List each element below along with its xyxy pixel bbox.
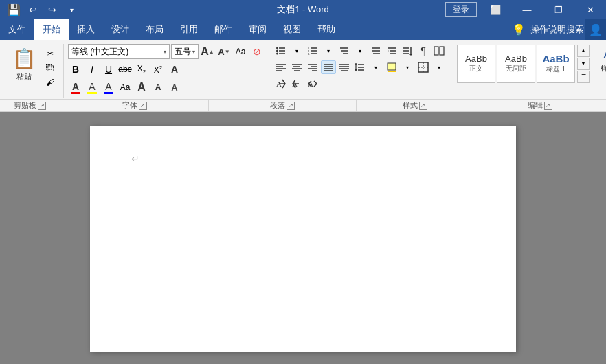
styles-expand-icon[interactable]: ↗ — [419, 102, 427, 110]
char-spacing-button[interactable]: A — [167, 80, 182, 95]
font-color-button[interactable]: A — [68, 80, 83, 95]
columns-button[interactable] — [431, 44, 447, 58]
restore-button[interactable]: ❐ — [543, 0, 574, 19]
increase-indent-button[interactable] — [384, 44, 399, 58]
document-page[interactable]: ↵ — [90, 126, 516, 352]
line-spacing-arrow[interactable]: ▾ — [368, 60, 383, 74]
align-right-button[interactable] — [305, 60, 320, 74]
style-heading1-button[interactable]: AaBb 标题 1 — [537, 45, 575, 83]
sort-button[interactable] — [400, 44, 415, 58]
superscript-button[interactable]: X2 — [150, 62, 166, 77]
svg-marker-27 — [409, 54, 413, 56]
search-label[interactable]: 操作说明搜索 — [530, 23, 584, 36]
svg-rect-28 — [434, 47, 438, 55]
styles-scroll-down[interactable]: ▼ — [577, 58, 590, 70]
menu-item-help[interactable]: 帮助 — [309, 19, 344, 40]
copy-icon: ⿻ — [46, 63, 54, 73]
svg-rect-56 — [388, 63, 396, 70]
borders-arrow[interactable]: ▾ — [431, 60, 447, 74]
text-effect-button[interactable]: A — [167, 62, 182, 77]
bullet-list-arrow[interactable]: ▾ — [289, 44, 304, 58]
login-button[interactable]: 登录 — [445, 2, 477, 17]
cut-button[interactable]: ✂ — [43, 47, 58, 60]
numbered-list-arrow[interactable]: ▾ — [321, 44, 336, 58]
bullet-list-button[interactable] — [273, 44, 289, 58]
align-center-button[interactable] — [289, 60, 304, 74]
save-button[interactable]: 💾 — [5, 0, 22, 19]
minimize-button[interactable]: — — [511, 0, 543, 19]
subscript-button[interactable]: X2 — [134, 62, 149, 77]
ribbon-display-button[interactable]: ⬜ — [480, 0, 511, 19]
styles-expand-button[interactable]: ☰ — [577, 71, 590, 83]
font-grow-button[interactable]: A▲ — [200, 44, 215, 59]
align-left-button[interactable] — [273, 60, 289, 74]
font-size-dropdown-arrow: ▾ — [192, 49, 195, 55]
font-expand-icon[interactable]: ↗ — [139, 102, 147, 110]
bold-button[interactable]: B — [68, 62, 83, 77]
underline-button[interactable]: U — [101, 62, 116, 77]
multilevel-list-arrow[interactable]: ▾ — [352, 44, 368, 58]
font-group-label: 字体 ↗ — [60, 100, 209, 111]
close-button[interactable]: ✕ — [574, 0, 606, 19]
user-account-button[interactable]: 👤 — [585, 19, 606, 40]
svg-point-5 — [276, 53, 278, 55]
borders-button[interactable] — [416, 60, 431, 74]
menu-search-area: 💡 操作说明搜索 👤 — [508, 19, 606, 40]
paste-button[interactable]: 📋 粘贴 — [7, 44, 41, 85]
menu-item-file[interactable]: 文件 — [0, 19, 34, 40]
user-icon: 👤 — [589, 23, 603, 36]
text-direction2-button[interactable]: A — [289, 77, 304, 91]
highlight-color-button[interactable]: A — [85, 80, 100, 95]
dropdown-icon: ▾ — [327, 48, 330, 54]
menu-item-references[interactable]: 引用 — [172, 19, 206, 40]
grow-text-button[interactable]: A — [134, 80, 149, 95]
menu-item-review[interactable]: 审阅 — [240, 19, 275, 40]
copy-button[interactable]: ⿻ — [43, 61, 58, 75]
format-painter-button[interactable]: 🖌 — [43, 76, 58, 89]
menu-item-design[interactable]: 设计 — [103, 19, 137, 40]
clear-formatting-button[interactable]: ⊘ — [249, 44, 265, 59]
font-shrink-button[interactable]: A▼ — [216, 44, 232, 59]
font-color2-button[interactable]: A — [101, 80, 116, 95]
justify-button[interactable] — [321, 60, 336, 74]
line-spacing-button[interactable] — [352, 60, 368, 74]
menu-item-home[interactable]: 开始 — [34, 19, 69, 40]
multilevel-list-button[interactable] — [337, 44, 352, 58]
show-marks-button[interactable]: ¶ — [416, 44, 431, 58]
strikethrough-button[interactable]: abc — [117, 62, 133, 77]
editing-expand-icon[interactable]: ↗ — [544, 102, 552, 110]
undo-button[interactable]: ↩ — [25, 0, 41, 19]
menu-item-view[interactable]: 视图 — [275, 19, 309, 40]
document-area: ↵ — [0, 112, 606, 364]
change-case-button[interactable]: Aa — [233, 44, 248, 59]
styles-group-label: 样式 ↗ — [357, 100, 473, 111]
case-button2[interactable]: Aa — [117, 80, 133, 95]
text-direction3-button[interactable]: A — [305, 77, 320, 91]
italic-button[interactable]: I — [85, 62, 100, 77]
shrink-text-button[interactable]: A — [150, 80, 166, 95]
menu-item-insert[interactable]: 插入 — [69, 19, 103, 40]
svg-marker-54 — [355, 63, 357, 65]
styles-scroll-up[interactable]: ▲ — [577, 45, 590, 57]
styles-panel-button[interactable]: A 样式 ▾ — [593, 44, 606, 83]
svg-rect-58 — [418, 62, 428, 72]
styles-thumbnails: AaBb 正文 AaBb 无间距 AaBb 标题 1 ▲ — [457, 45, 590, 83]
shading-button[interactable] — [384, 60, 399, 74]
decrease-indent-button[interactable] — [368, 44, 383, 58]
menu-item-layout[interactable]: 布局 — [137, 19, 172, 40]
distributed-button[interactable] — [337, 60, 352, 74]
style-normal-button[interactable]: AaBb 正文 — [457, 45, 495, 83]
font-size-selector[interactable]: 五号 ▾ — [171, 44, 199, 59]
font-name-selector[interactable]: 等线 (中文正文) ▾ — [68, 44, 170, 59]
text-direction-button[interactable]: A — [273, 77, 289, 91]
para-expand-icon[interactable]: ↗ — [287, 102, 295, 110]
undo-icon: ↩ — [29, 4, 37, 15]
menu-item-mail[interactable]: 邮件 — [206, 19, 240, 40]
style-no-spacing-button[interactable]: AaBb 无间距 — [497, 45, 535, 83]
shading-arrow[interactable]: ▾ — [400, 60, 415, 74]
redo-button[interactable]: ↪ — [44, 0, 60, 19]
customize-quick-access-button[interactable]: ▾ — [63, 0, 80, 19]
title-bar: 💾 ↩ ↪ ▾ 文档1 - Word 登录 ⬜ — ❐ ✕ — [0, 0, 606, 19]
clipboard-expand-icon[interactable]: ↗ — [38, 102, 46, 110]
numbered-list-button[interactable]: 1.2.3. — [305, 44, 320, 58]
